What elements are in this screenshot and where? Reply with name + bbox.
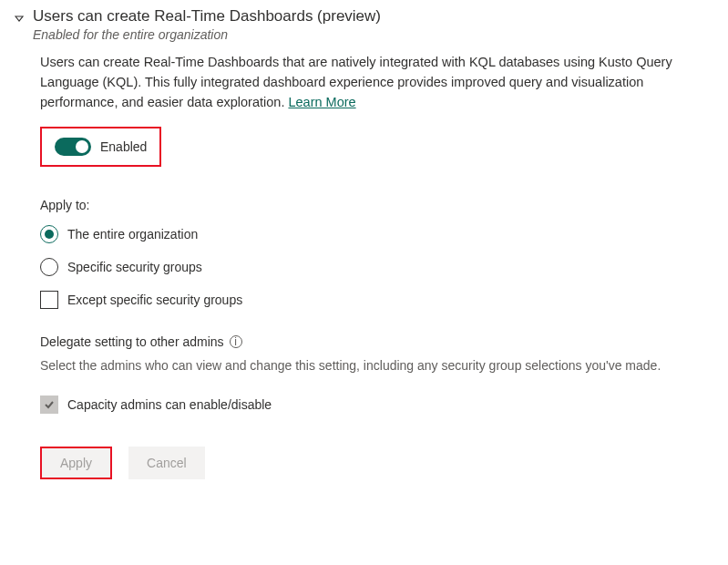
- checkbox-icon: [40, 291, 58, 309]
- apply-to-label: Apply to:: [40, 198, 713, 212]
- enabled-toggle[interactable]: [55, 138, 91, 156]
- info-icon[interactable]: i: [230, 335, 242, 348]
- radio-entire-org[interactable]: The entire organization: [40, 225, 713, 243]
- enabled-toggle-label: Enabled: [100, 139, 147, 154]
- radio-icon: [40, 258, 58, 276]
- enabled-toggle-container: Enabled: [40, 127, 161, 167]
- except-checkbox-row[interactable]: Except specific security groups: [40, 291, 713, 309]
- delegate-description: Select the admins who can view and chang…: [40, 356, 713, 375]
- button-row: Apply Cancel: [40, 447, 713, 479]
- collapse-caret-icon[interactable]: [15, 11, 24, 26]
- checkbox-disabled-icon: [40, 396, 58, 414]
- radio-label: The entire organization: [67, 227, 198, 241]
- description-text: Users can create Real-Time Dashboards th…: [40, 55, 672, 109]
- capacity-label: Capacity admins can enable/disable: [67, 397, 272, 412]
- radio-specific-groups[interactable]: Specific security groups: [40, 258, 713, 276]
- except-label: Except specific security groups: [67, 293, 242, 307]
- setting-body: Users can create Real-Time Dashboards th…: [40, 53, 713, 479]
- capacity-admins-row[interactable]: Capacity admins can enable/disable: [40, 396, 713, 414]
- setting-title: Users can create Real-Time Dashboards (p…: [33, 7, 713, 26]
- delegate-label-row: Delegate setting to other admins i: [40, 334, 713, 349]
- setting-header: Users can create Real-Time Dashboards (p…: [15, 7, 713, 42]
- title-block: Users can create Real-Time Dashboards (p…: [33, 7, 713, 42]
- apply-button[interactable]: Apply: [40, 447, 112, 479]
- setting-subtitle: Enabled for the entire organization: [33, 27, 713, 42]
- apply-to-radio-group: The entire organization Specific securit…: [40, 225, 713, 309]
- cancel-button[interactable]: Cancel: [128, 447, 205, 479]
- radio-icon: [40, 225, 58, 243]
- setting-description: Users can create Real-Time Dashboards th…: [40, 53, 713, 112]
- radio-label: Specific security groups: [67, 260, 202, 274]
- delegate-label-text: Delegate setting to other admins: [40, 334, 224, 349]
- learn-more-link[interactable]: Learn More: [288, 95, 355, 109]
